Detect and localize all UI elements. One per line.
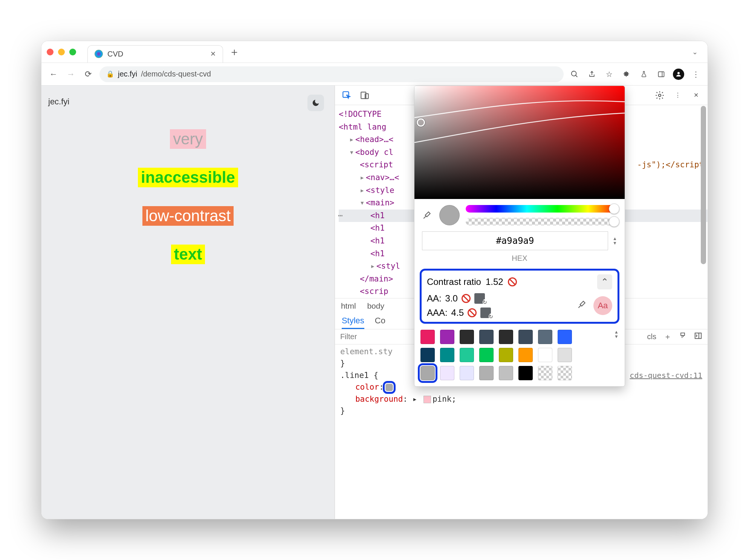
swatch[interactable] bbox=[420, 330, 435, 344]
devtools-scrollbar[interactable] bbox=[701, 106, 706, 264]
address-field[interactable]: 🔒 jec.fyi/demo/cds-quest-cvd bbox=[99, 66, 564, 82]
swatch[interactable] bbox=[479, 366, 494, 380]
aaa-fail-icon bbox=[468, 308, 477, 317]
swatch[interactable] bbox=[499, 330, 513, 344]
contrast-value: 1.52 bbox=[486, 277, 503, 287]
el-script2: <scrip bbox=[360, 287, 388, 296]
aaa-swap-icon[interactable] bbox=[480, 308, 491, 318]
browser-tab[interactable]: CVD ✕ bbox=[87, 45, 223, 63]
svg-rect-10 bbox=[695, 333, 702, 339]
swatch[interactable] bbox=[538, 330, 552, 344]
contrast-eyedropper-button[interactable] bbox=[577, 300, 587, 312]
panel-icon[interactable] bbox=[656, 69, 667, 80]
hue-slider[interactable] bbox=[466, 205, 619, 213]
kebab-menu-button[interactable]: ⋮ bbox=[690, 69, 702, 80]
swatch-row-1: ▲▼ bbox=[420, 330, 619, 344]
nav-forward-button[interactable]: → bbox=[65, 68, 77, 80]
svg-rect-2 bbox=[659, 72, 664, 77]
crumb-html[interactable]: html bbox=[341, 301, 356, 310]
swatch[interactable] bbox=[479, 348, 494, 362]
url-path: /demo/cds-quest-cvd bbox=[141, 70, 211, 78]
styles-tab[interactable]: Styles bbox=[342, 316, 364, 329]
zoom-icon[interactable] bbox=[569, 69, 580, 80]
tab-close-button[interactable]: ✕ bbox=[210, 50, 216, 58]
styles-filter-input[interactable] bbox=[340, 332, 397, 341]
swatch[interactable] bbox=[518, 330, 533, 344]
color-picker-popover: ▲▼ HEX Contrast ratio 1.52 ⌃ AA: 3.0 AAA… bbox=[414, 86, 625, 387]
bg-swatch-inline[interactable] bbox=[423, 396, 431, 403]
el-style2: <styl bbox=[376, 262, 400, 271]
profile-button[interactable] bbox=[673, 69, 684, 80]
computed-tab[interactable]: Co bbox=[375, 316, 385, 329]
swatch[interactable] bbox=[558, 348, 572, 362]
crumb-body[interactable]: body bbox=[367, 301, 384, 310]
swatch[interactable] bbox=[499, 366, 513, 380]
contrast-collapse-button[interactable]: ⌃ bbox=[597, 274, 612, 289]
color-picker-handle[interactable] bbox=[417, 118, 425, 127]
styles-brush-icon[interactable] bbox=[679, 332, 686, 342]
nav-back-button[interactable]: ← bbox=[47, 68, 60, 80]
bookmark-star-icon[interactable]: ☆ bbox=[604, 69, 615, 80]
share-icon[interactable] bbox=[586, 69, 598, 80]
devtools-settings-icon[interactable] bbox=[654, 90, 665, 101]
toolbar-right: ☆ ⋮ bbox=[569, 69, 702, 80]
demo-text-column: very inaccessible low-contrast text bbox=[48, 129, 328, 264]
aa-label: AA: bbox=[427, 293, 442, 304]
window-close-button[interactable] bbox=[47, 49, 54, 55]
hex-format-stepper[interactable]: ▲▼ bbox=[613, 236, 617, 245]
swatch-row-3 bbox=[420, 366, 619, 380]
devtools-close-icon[interactable]: ✕ bbox=[690, 90, 702, 101]
extensions-icon[interactable] bbox=[621, 69, 632, 80]
page-preview-pane: jec.fyi very inaccessible low-contrast t… bbox=[41, 86, 335, 519]
cls-toggle[interactable]: cls bbox=[647, 332, 656, 341]
hex-input[interactable] bbox=[422, 231, 608, 250]
swatch[interactable] bbox=[420, 348, 435, 362]
devtools-kebab-icon[interactable]: ⋮ bbox=[672, 90, 683, 101]
new-style-rule-button[interactable]: ＋ bbox=[664, 332, 671, 342]
rule-source-link[interactable]: cds-quest-cvd:11 bbox=[630, 370, 702, 381]
aa-swap-icon[interactable] bbox=[474, 293, 485, 304]
swatch-row-2 bbox=[420, 348, 619, 362]
el-h1-2: <h1 bbox=[370, 223, 385, 233]
swatch[interactable] bbox=[440, 330, 454, 344]
el-script1: <script bbox=[360, 160, 393, 169]
swatch[interactable] bbox=[460, 366, 474, 380]
lock-icon: 🔒 bbox=[106, 70, 114, 78]
el-nav: <nav>…< bbox=[366, 173, 399, 182]
swatch-page-stepper[interactable]: ▲▼ bbox=[614, 330, 619, 344]
swatch[interactable] bbox=[538, 348, 552, 362]
swatch[interactable] bbox=[479, 330, 494, 344]
new-tab-button[interactable]: ＋ bbox=[229, 45, 240, 59]
styles-panel-toggle-icon[interactable] bbox=[694, 332, 702, 342]
alpha-slider-knob[interactable] bbox=[609, 216, 619, 227]
inspect-element-icon[interactable] bbox=[341, 90, 352, 101]
labs-icon[interactable] bbox=[638, 69, 650, 80]
contrast-ratio-box: Contrast ratio 1.52 ⌃ AA: 3.0 AAA: 4.5 A… bbox=[420, 269, 619, 324]
window-zoom-button[interactable] bbox=[69, 49, 76, 55]
device-toolbar-icon[interactable] bbox=[359, 90, 370, 101]
hue-slider-knob[interactable] bbox=[609, 203, 619, 214]
swatch[interactable] bbox=[460, 330, 474, 344]
page-brand: jec.fyi bbox=[48, 97, 328, 107]
css-prop-color[interactable]: color bbox=[355, 383, 379, 392]
swatch-selected[interactable] bbox=[420, 366, 435, 380]
swatch[interactable] bbox=[518, 366, 533, 380]
svg-rect-9 bbox=[681, 333, 685, 335]
swatch[interactable] bbox=[518, 348, 533, 362]
css-prop-background[interactable]: background bbox=[355, 395, 403, 404]
swatch[interactable] bbox=[440, 366, 454, 380]
swatch[interactable] bbox=[538, 366, 552, 380]
swatch[interactable] bbox=[499, 348, 513, 362]
color-swatch-inline[interactable] bbox=[385, 384, 393, 391]
swatch[interactable] bbox=[440, 348, 454, 362]
nav-reload-button[interactable]: ⟳ bbox=[82, 68, 94, 80]
swatch[interactable] bbox=[558, 330, 572, 344]
alpha-slider[interactable] bbox=[466, 218, 619, 225]
color-saturation-area[interactable] bbox=[414, 86, 625, 199]
dark-mode-toggle[interactable] bbox=[307, 95, 324, 111]
eyedropper-button[interactable] bbox=[420, 209, 433, 222]
window-minimize-button[interactable] bbox=[58, 49, 65, 55]
swatch[interactable] bbox=[460, 348, 474, 362]
swatch[interactable] bbox=[558, 366, 572, 380]
tabs-dropdown-button[interactable]: ⌄ bbox=[692, 48, 698, 56]
